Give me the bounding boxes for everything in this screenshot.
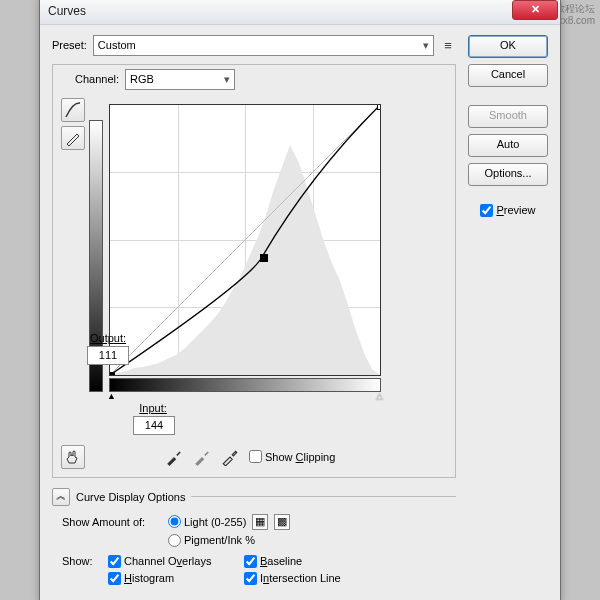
expand-icon[interactable]: ︽: [52, 488, 70, 506]
baseline: [110, 105, 380, 375]
dialog-title: Curves: [48, 4, 86, 18]
curves-dialog: Curves ✕ Preset: Custom ≡ Channel: RGB: [39, 0, 561, 600]
white-eyedropper-icon[interactable]: [221, 448, 239, 466]
show-clipping-checkbox[interactable]: Show Clipping: [249, 450, 335, 463]
display-options-label: Curve Display Options: [76, 491, 185, 503]
gray-eyedropper-icon[interactable]: [193, 448, 211, 466]
curves-plot[interactable]: [109, 104, 381, 376]
close-button[interactable]: ✕: [512, 0, 558, 20]
svg-line-1: [110, 105, 380, 375]
pigment-radio[interactable]: Pigment/Ink %: [168, 534, 255, 547]
histogram-checkbox[interactable]: Histogram: [108, 572, 238, 585]
channel-overlays-checkbox[interactable]: Channel Overlays: [108, 555, 238, 568]
output-label: Output:: [87, 332, 129, 344]
light-radio[interactable]: Light (0-255): [168, 515, 246, 528]
channel-label: Channel:: [75, 73, 119, 85]
show-amount-label: Show Amount of:: [62, 516, 162, 528]
grid-detailed-icon[interactable]: ▩: [274, 514, 290, 530]
input-gradient: ▲ △: [109, 378, 381, 392]
baseline-checkbox[interactable]: Baseline: [244, 555, 302, 568]
curve-point-mid[interactable]: [260, 254, 268, 262]
pencil-tool-icon[interactable]: [61, 126, 85, 150]
black-eyedropper-icon[interactable]: [165, 448, 183, 466]
black-slider[interactable]: ▲: [107, 391, 116, 401]
ok-button[interactable]: OK: [468, 35, 548, 58]
preset-label: Preset:: [52, 39, 87, 51]
smooth-button[interactable]: Smooth: [468, 105, 548, 128]
options-button[interactable]: Options...: [468, 163, 548, 186]
curve-tool-icon[interactable]: [61, 98, 85, 122]
channel-value: RGB: [130, 73, 154, 85]
input-label: Input:: [133, 402, 173, 414]
channel-dropdown[interactable]: RGB: [125, 69, 235, 90]
titlebar[interactable]: Curves ✕: [40, 0, 560, 25]
preview-checkbox[interactable]: Preview: [468, 204, 548, 217]
intersection-checkbox[interactable]: Intersection Line: [244, 572, 341, 585]
curve-point-highlight[interactable]: [377, 104, 381, 110]
output-field[interactable]: 111: [87, 346, 129, 365]
cancel-button[interactable]: Cancel: [468, 64, 548, 87]
hand-tool-icon[interactable]: [61, 445, 85, 469]
curve-point-shadow[interactable]: [109, 372, 115, 376]
auto-button[interactable]: Auto: [468, 134, 548, 157]
input-field[interactable]: 144: [133, 416, 175, 435]
show-label: Show:: [62, 555, 102, 567]
preset-dropdown[interactable]: Custom: [93, 35, 434, 56]
white-slider[interactable]: △: [376, 391, 383, 401]
preset-value: Custom: [98, 39, 136, 51]
preset-menu-icon[interactable]: ≡: [440, 38, 456, 53]
grid-simple-icon[interactable]: ▦: [252, 514, 268, 530]
